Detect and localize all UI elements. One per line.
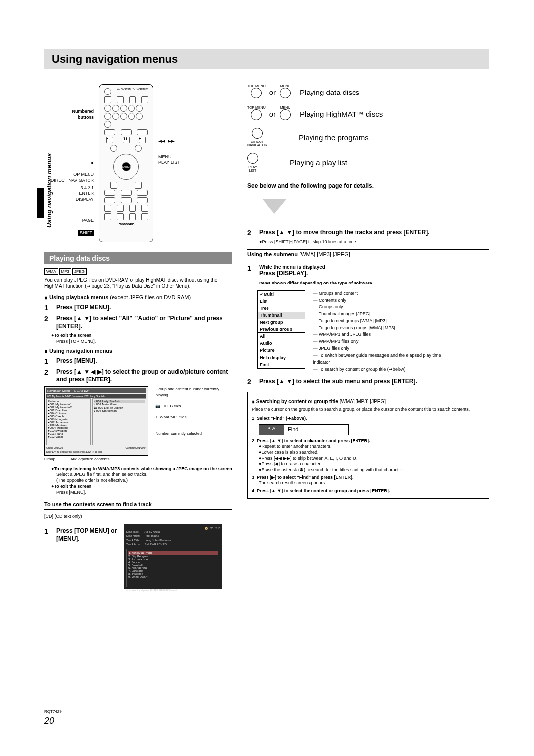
- btn-pause: ❚❚: [123, 137, 130, 143]
- sub2-title: ∎ Using navigation menus: [44, 348, 232, 354]
- find-box: ✦ A Find: [259, 424, 349, 435]
- detail-note: See below and the following page for det…: [247, 182, 490, 189]
- btn: [117, 96, 124, 103]
- section-tab: [37, 188, 44, 218]
- intro-text: You can play JPEG files on DVD-RAM or pl…: [44, 277, 232, 289]
- dpad: ENTER: [113, 154, 139, 180]
- label-menu-r: MENUPLAY LIST: [158, 154, 188, 166]
- btn: [112, 105, 119, 112]
- btn-play: ▶: [139, 137, 146, 143]
- btn: [128, 113, 135, 120]
- btn: [112, 113, 119, 120]
- btn: [137, 197, 148, 203]
- submenu-diagram: ✓Multi List Tree Thumbnail Next group Pr…: [257, 290, 490, 373]
- btn-menu: [135, 145, 142, 152]
- btn: [120, 105, 127, 112]
- page-number: 20: [44, 716, 54, 726]
- menu-icon: [280, 88, 291, 98]
- submenu-box: ✓Multi List Tree Thumbnail Next group Pr…: [257, 290, 305, 369]
- btn: [104, 88, 111, 95]
- btn: [104, 96, 111, 103]
- tip-exit-h: ●To exit the screen: [51, 333, 232, 338]
- r-tip: ●Press [SHIFT]+[PAGE] to skip 10 lines a…: [259, 239, 490, 244]
- nav-bottom-labels: Group Audio/picture contents: [44, 457, 232, 461]
- content: Numberedbuttons ∎ TOP MENUDIRECT NAVIGAT…: [44, 84, 490, 589]
- btn: [117, 213, 124, 220]
- btn: [104, 205, 111, 212]
- btn: [104, 105, 111, 112]
- top-actions: TOP MENU or MENU Playing data discs TOP …: [247, 84, 490, 172]
- menu-icon: [280, 109, 291, 120]
- search-box: ∎ Searching by content or group title [W…: [247, 392, 490, 499]
- r-submenu-note: Items shown differ depending on the type…: [259, 281, 490, 285]
- btn-topmenu: [110, 145, 117, 152]
- btn: [110, 182, 117, 189]
- search-h: ∎ Searching by content or group title [W…: [252, 398, 485, 405]
- action-highmat: TOP MENU or MENU Playing HighMAT™ discs: [247, 106, 490, 122]
- btn-stop: ∎: [106, 137, 113, 143]
- btn: [128, 105, 135, 112]
- label-rev: ◀◀, ▶▶: [158, 139, 188, 144]
- section-playing-data-discs: Playing data discs: [44, 252, 232, 264]
- search-intro: Place the cursor on the group title to s…: [252, 407, 485, 413]
- cd-heading: To use the contents screen to find a tra…: [44, 499, 232, 510]
- remote-control: AV SYSTEM TV VCR/AUX ∎❚❚▶ ENTER: [99, 84, 153, 242]
- btn: [104, 121, 111, 128]
- cd-note: [CD] (CD text only): [44, 514, 232, 520]
- btn: [141, 205, 148, 212]
- btn: [137, 129, 148, 135]
- btn: [135, 182, 142, 189]
- left-column: Numberedbuttons ∎ TOP MENUDIRECT NAVIGAT…: [44, 84, 232, 589]
- btn: [129, 213, 136, 220]
- topmenu-icon: [251, 109, 262, 120]
- playlist-icon: [247, 153, 258, 164]
- cd-step-area: 1Press [TOP MENU] or [MENU]. 📀 1/23 2:15…: [44, 524, 232, 589]
- btn: [129, 205, 136, 212]
- remote-labels-right: ◀◀, ▶▶ MENUPLAY LIST: [158, 84, 188, 242]
- enjoy-2: (The opposite order is not effective.): [56, 478, 232, 483]
- enjoy-h: ●To enjoy listening to WMA/MP3 contents …: [51, 466, 232, 471]
- step-1-1: 1Press [TOP MENU].: [44, 304, 232, 312]
- right-column: TOP MENU or MENU Playing data discs TOP …: [247, 84, 490, 589]
- sub1-title: ∎ Using playback menus (except JPEG file…: [44, 294, 232, 301]
- btn-enter: ENTER: [122, 162, 131, 171]
- btn: [141, 96, 148, 103]
- tip-exit-t: Press [TOP MENU].: [56, 339, 232, 344]
- btn: [141, 213, 148, 220]
- step-1-2: 2Press [▲ ▼] to select "All", "Audio" or…: [44, 315, 232, 330]
- btn: [104, 213, 111, 220]
- btn: [121, 197, 132, 203]
- btn: [121, 129, 132, 135]
- manual-page: Using navigation menus Using navigation …: [0, 0, 534, 756]
- exit-h: ●To exit the screen: [51, 484, 232, 489]
- btn: [129, 96, 136, 103]
- btn: [104, 113, 111, 120]
- label-shift: SHIFT: [78, 230, 94, 236]
- btn: [104, 190, 115, 196]
- btn: [136, 113, 143, 120]
- page-title: Using navigation menus: [52, 53, 178, 66]
- action-playlist: PLAY LIST Playing a play list: [247, 153, 490, 172]
- badges: WMA MP3 JPEG: [44, 268, 232, 275]
- sidebar-label: Using navigation menus: [45, 153, 53, 228]
- btn: [120, 113, 127, 120]
- nav-screenshot: Navigation Menu G 1 All 1/24 006 My favo…: [44, 386, 148, 456]
- action-data-discs: TOP MENU or MENU Playing data discs: [247, 84, 490, 100]
- nav-screenshot-wrap: Navigation Menu G 1 All 1/24 006 My favo…: [44, 386, 232, 461]
- btn: [121, 190, 132, 196]
- btn: [104, 197, 115, 203]
- topmenu-icon: [251, 88, 262, 98]
- nav-groups: Perfume ●001 My favorite1 ●002 My favori…: [46, 398, 91, 445]
- model-number: RQT7429: [44, 709, 62, 714]
- btn: [137, 190, 148, 196]
- badge-mp3: MP3: [59, 268, 71, 275]
- btn: [117, 205, 124, 212]
- btn: [104, 129, 115, 135]
- badge-wma: WMA: [44, 268, 58, 275]
- step-2-1: 1Press [MENU].: [44, 357, 232, 365]
- btn: [136, 105, 143, 112]
- cd-screenshot: 📀 1/23 2:15 Disc Title: Disc Artist: Tra…: [124, 524, 222, 589]
- step-2-2: 2Press [▲ ▼ ◀ ▶] to select the group or …: [44, 368, 232, 383]
- exit-t: Press [MENU].: [56, 490, 232, 495]
- directnav-icon: [252, 128, 263, 139]
